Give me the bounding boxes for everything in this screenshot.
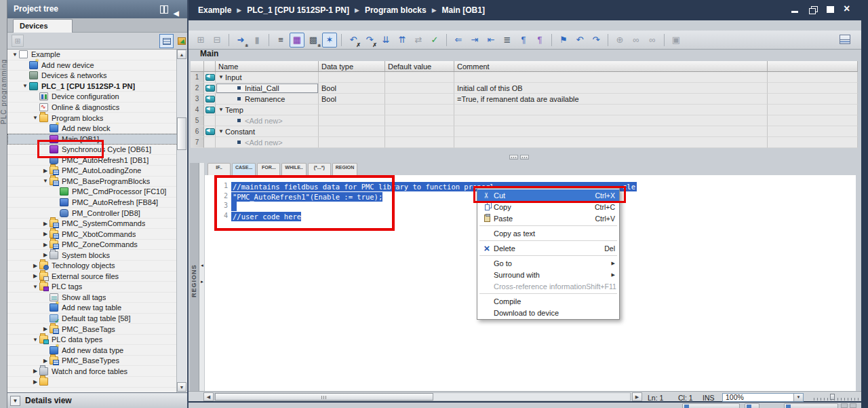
call-structure-icon[interactable]: ⊕: [612, 33, 627, 48]
fold-handle-icon[interactable]: ◄: [200, 263, 204, 267]
row-expander-icon[interactable]: ▼: [217, 74, 225, 80]
menu-item-download-to-device[interactable]: Download to device: [477, 307, 619, 318]
tree-item-add-new-block[interactable]: Add new block: [7, 124, 178, 134]
table-row[interactable]: 2Initial_CallBoolInitial call of this OB: [191, 83, 858, 94]
split-editor-button[interactable]: [838, 33, 852, 47]
table-row[interactable]: 5<Add new>: [191, 115, 858, 126]
tree-item-add-new-tag-table[interactable]: Add new tag table: [7, 303, 178, 314]
name-cell[interactable]: Remanence: [216, 94, 319, 105]
comment-cell[interactable]: [454, 105, 768, 115]
tree-expander-icon[interactable]: ▶: [42, 242, 49, 248]
regions-tab[interactable]: REGIONS: [191, 250, 199, 297]
splitter-grip-up[interactable]: [509, 155, 518, 160]
scroll-up-button[interactable]: ▲: [177, 50, 186, 59]
fold-margin[interactable]: ◄ ►: [199, 163, 205, 391]
column-header-comment[interactable]: Comment: [454, 61, 768, 72]
tree-item-devices-networks[interactable]: Devices & networks: [7, 71, 178, 81]
tree-item-example[interactable]: ▼Example: [7, 50, 178, 60]
tree-expander-icon[interactable]: ▶: [42, 358, 49, 364]
bottom-mini-icon[interactable]: [850, 403, 856, 408]
default-value-cell[interactable]: [385, 105, 454, 115]
tree-item-pmc-systemcommands[interactable]: ▶PMC_SystemCommands: [7, 219, 178, 229]
tree-item-add-new-device[interactable]: Add new device: [7, 60, 178, 71]
new-item-icon[interactable]: [12, 35, 24, 47]
tree-expander-icon[interactable]: ▼: [32, 337, 39, 343]
table-row[interactable]: 6▼Constant: [191, 126, 858, 137]
name-cell[interactable]: ▼Constant: [216, 126, 319, 137]
default-value-cell[interactable]: [385, 126, 454, 137]
snippet-tab-region[interactable]: REGION: [332, 163, 358, 175]
tree-expander-icon[interactable]: ▶: [42, 252, 49, 258]
dropdown-arrow-icon[interactable]: ▼: [793, 394, 803, 401]
tree-item-plc-1-cpu-1512sp-1-pn[interactable]: ▼PLC_1 [CPU 1512SP-1 PN]: [7, 81, 178, 92]
absolute-symbolic-icon[interactable]: ▩±: [306, 33, 321, 48]
table-row[interactable]: 1▼Input: [191, 72, 858, 83]
tree-item-device-configuration[interactable]: Device configuration: [7, 92, 178, 103]
tree-expander-icon[interactable]: ▼: [12, 52, 18, 58]
plc-programming-rail-label[interactable]: PLC programming: [0, 37, 7, 146]
datatype-cell[interactable]: Bool: [319, 83, 385, 94]
tree-item-pmc-basetags[interactable]: ▶PMC_BaseTags: [7, 324, 178, 335]
redo-icon[interactable]: ↷✗: [362, 33, 377, 48]
tree-item-add-new-data-type[interactable]: Add new data type: [7, 345, 178, 356]
comment-off-icon[interactable]: ¶: [532, 33, 547, 48]
datatype-cell[interactable]: [319, 72, 385, 83]
scrollbar-thumb[interactable]: [177, 117, 186, 150]
column-header-default-value[interactable]: Default value: [385, 61, 454, 72]
project-tree-scrollbar[interactable]: ▲ ▼: [176, 50, 186, 392]
breadcrumb-item[interactable]: Program blocks: [365, 5, 427, 15]
tree-item-pmc-baseprogramblocks[interactable]: ▼PMC_BaseProgramBlocks: [7, 177, 178, 187]
menu-item-copy-as-text[interactable]: Copy as text: [477, 227, 619, 239]
chevron-down-icon[interactable]: ▼: [10, 396, 20, 406]
tree-item-watch-and-force-tables[interactable]: ▶Watch and force tables: [7, 367, 178, 377]
zoom-select[interactable]: 100% ▼: [722, 393, 804, 402]
menu-item-surround-with[interactable]: Surround with▶: [477, 269, 619, 280]
tree-item-synchronous-cycle-ob61[interactable]: Synchronous Cycle [OB61]: [7, 145, 178, 155]
snippet-tab-if[interactable]: IF..: [208, 163, 231, 175]
bookmark-next-icon[interactable]: ↷: [589, 33, 604, 48]
row-expander-icon[interactable]: ▼: [217, 128, 225, 134]
zoom-slider[interactable]: [814, 394, 859, 401]
tree-item-system-blocks[interactable]: ▶System blocks: [7, 250, 178, 261]
tree-expander-icon[interactable]: ▼: [42, 178, 49, 184]
menu-item-go-to[interactable]: Go to▶: [477, 257, 619, 269]
insert-segment-icon[interactable]: ⇐: [451, 33, 466, 48]
tree-expander-icon[interactable]: ▶: [32, 273, 39, 279]
tree-expander-icon[interactable]: ▶: [32, 263, 39, 269]
snippet-tab-[interactable]: (*...*): [308, 163, 331, 175]
tree-item-default-tag-table-58[interactable]: Default tag table [58]: [7, 314, 178, 324]
hscroll-right-button[interactable]: ▶: [632, 392, 642, 401]
datatype-cell[interactable]: Bool: [319, 94, 385, 105]
tree-item-show-all-tags[interactable]: Show all tags: [7, 293, 178, 303]
comment-cell[interactable]: [454, 72, 768, 83]
tree-item-program-blocks[interactable]: ▼Program blocks: [7, 113, 178, 124]
table-row[interactable]: 7<Add new>: [191, 137, 858, 148]
tab-devices[interactable]: Devices: [13, 19, 73, 33]
tree-item-online-diagnostics[interactable]: Online & diagnostics: [7, 103, 178, 113]
tree-expander-icon[interactable]: ▶: [32, 379, 39, 385]
name-cell[interactable]: <Add new>: [216, 137, 319, 148]
menu-item-cut[interactable]: CutCtrl+X: [477, 189, 619, 201]
comment-cell[interactable]: Initial call of this OB: [454, 83, 768, 94]
menu-item-cross-reference-information[interactable]: Cross-reference informationShift+F11: [477, 280, 619, 292]
download-changes-icon[interactable]: ⇊: [378, 33, 393, 48]
scroll-down-button[interactable]: ▼: [177, 382, 186, 392]
name-cell[interactable]: Initial_Call: [216, 83, 319, 94]
column-header-data-type[interactable]: Data type: [319, 61, 385, 72]
zoom-slider-handle[interactable]: [830, 394, 835, 400]
delete-row-icon[interactable]: ⊟: [210, 33, 224, 48]
name-cell[interactable]: <Add new>: [216, 115, 319, 126]
tree-item-pmc-autoloadingzone[interactable]: ▶PMC_AutoLoadingZone: [7, 166, 178, 177]
table-row[interactable]: 3RemanenceBool=True, if remanent data ar…: [191, 94, 858, 105]
bottom-tab-partial[interactable]: [745, 403, 760, 408]
comment-cell[interactable]: [454, 126, 768, 137]
bottom-tab-partial[interactable]: [784, 403, 838, 408]
undo-icon[interactable]: ↶✗: [346, 33, 361, 48]
tree-item-pmc-cmdprocessor-fc10[interactable]: PMC_CmdProcessor [FC10]: [7, 187, 178, 198]
open-missing-software-button[interactable]: [174, 34, 189, 48]
menu-item-delete[interactable]: DeleteDel: [477, 242, 619, 254]
bookmark-prev-icon[interactable]: ↶: [572, 33, 587, 48]
name-cell[interactable]: ▼Temp: [216, 105, 319, 115]
monitor-on-icon[interactable]: ∞: [629, 33, 644, 48]
snippet-tab-for[interactable]: FOR...: [257, 163, 280, 175]
